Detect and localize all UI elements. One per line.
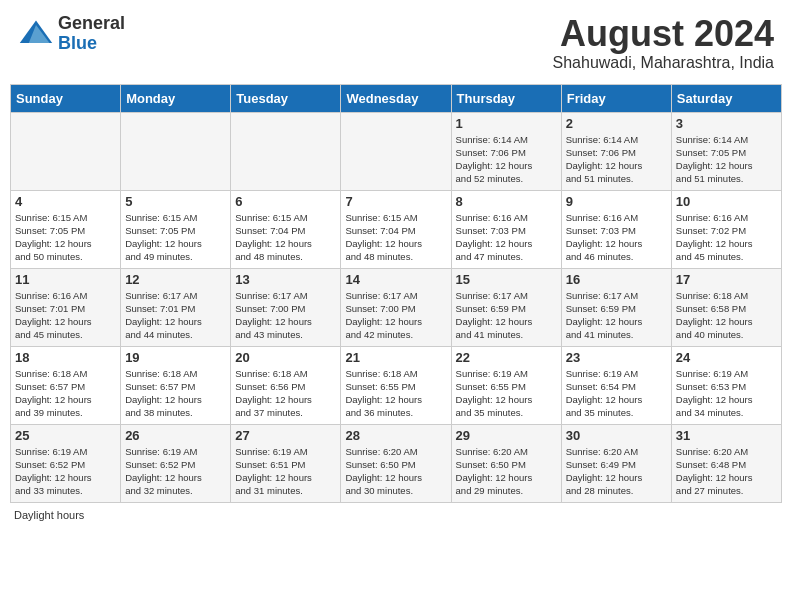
day-info: Sunrise: 6:20 AM Sunset: 6:50 PM Dayligh… [456, 445, 557, 498]
calendar-cell [341, 112, 451, 190]
header-day-friday: Friday [561, 84, 671, 112]
calendar-cell: 8Sunrise: 6:16 AM Sunset: 7:03 PM Daylig… [451, 190, 561, 268]
day-number: 12 [125, 272, 226, 287]
day-info: Sunrise: 6:20 AM Sunset: 6:50 PM Dayligh… [345, 445, 446, 498]
day-number: 23 [566, 350, 667, 365]
day-info: Sunrise: 6:20 AM Sunset: 6:48 PM Dayligh… [676, 445, 777, 498]
week-row-3: 11Sunrise: 6:16 AM Sunset: 7:01 PM Dayli… [11, 268, 782, 346]
footer: Daylight hours [10, 509, 782, 521]
day-number: 1 [456, 116, 557, 131]
week-row-5: 25Sunrise: 6:19 AM Sunset: 6:52 PM Dayli… [11, 424, 782, 502]
day-info: Sunrise: 6:18 AM Sunset: 6:57 PM Dayligh… [125, 367, 226, 420]
day-info: Sunrise: 6:18 AM Sunset: 6:58 PM Dayligh… [676, 289, 777, 342]
day-number: 20 [235, 350, 336, 365]
calendar-cell: 31Sunrise: 6:20 AM Sunset: 6:48 PM Dayli… [671, 424, 781, 502]
day-info: Sunrise: 6:16 AM Sunset: 7:01 PM Dayligh… [15, 289, 116, 342]
day-number: 7 [345, 194, 446, 209]
day-number: 6 [235, 194, 336, 209]
header-day-sunday: Sunday [11, 84, 121, 112]
day-number: 26 [125, 428, 226, 443]
calendar-body: 1Sunrise: 6:14 AM Sunset: 7:06 PM Daylig… [11, 112, 782, 502]
calendar-table: SundayMondayTuesdayWednesdayThursdayFrid… [10, 84, 782, 503]
calendar-cell [11, 112, 121, 190]
header: General Blue August 2024 Shahuwadi, Maha… [10, 10, 782, 76]
calendar-cell: 9Sunrise: 6:16 AM Sunset: 7:03 PM Daylig… [561, 190, 671, 268]
day-number: 8 [456, 194, 557, 209]
calendar-cell: 30Sunrise: 6:20 AM Sunset: 6:49 PM Dayli… [561, 424, 671, 502]
day-info: Sunrise: 6:14 AM Sunset: 7:06 PM Dayligh… [456, 133, 557, 186]
day-number: 13 [235, 272, 336, 287]
day-number: 9 [566, 194, 667, 209]
day-info: Sunrise: 6:14 AM Sunset: 7:06 PM Dayligh… [566, 133, 667, 186]
logo-icon [18, 16, 54, 52]
day-number: 14 [345, 272, 446, 287]
day-number: 4 [15, 194, 116, 209]
calendar-cell: 3Sunrise: 6:14 AM Sunset: 7:05 PM Daylig… [671, 112, 781, 190]
calendar-cell: 11Sunrise: 6:16 AM Sunset: 7:01 PM Dayli… [11, 268, 121, 346]
day-info: Sunrise: 6:19 AM Sunset: 6:53 PM Dayligh… [676, 367, 777, 420]
calendar-cell: 6Sunrise: 6:15 AM Sunset: 7:04 PM Daylig… [231, 190, 341, 268]
day-info: Sunrise: 6:19 AM Sunset: 6:52 PM Dayligh… [15, 445, 116, 498]
day-number: 24 [676, 350, 777, 365]
header-day-saturday: Saturday [671, 84, 781, 112]
calendar-cell: 12Sunrise: 6:17 AM Sunset: 7:01 PM Dayli… [121, 268, 231, 346]
calendar-cell: 2Sunrise: 6:14 AM Sunset: 7:06 PM Daylig… [561, 112, 671, 190]
calendar-cell: 17Sunrise: 6:18 AM Sunset: 6:58 PM Dayli… [671, 268, 781, 346]
location: Shahuwadi, Maharashtra, India [553, 54, 774, 72]
day-info: Sunrise: 6:17 AM Sunset: 6:59 PM Dayligh… [566, 289, 667, 342]
month-year: August 2024 [553, 14, 774, 54]
day-number: 30 [566, 428, 667, 443]
day-info: Sunrise: 6:15 AM Sunset: 7:04 PM Dayligh… [235, 211, 336, 264]
week-row-2: 4Sunrise: 6:15 AM Sunset: 7:05 PM Daylig… [11, 190, 782, 268]
calendar-cell: 22Sunrise: 6:19 AM Sunset: 6:55 PM Dayli… [451, 346, 561, 424]
header-day-thursday: Thursday [451, 84, 561, 112]
day-info: Sunrise: 6:16 AM Sunset: 7:02 PM Dayligh… [676, 211, 777, 264]
day-info: Sunrise: 6:18 AM Sunset: 6:56 PM Dayligh… [235, 367, 336, 420]
calendar-cell: 1Sunrise: 6:14 AM Sunset: 7:06 PM Daylig… [451, 112, 561, 190]
calendar-cell: 27Sunrise: 6:19 AM Sunset: 6:51 PM Dayli… [231, 424, 341, 502]
calendar-cell: 15Sunrise: 6:17 AM Sunset: 6:59 PM Dayli… [451, 268, 561, 346]
day-number: 11 [15, 272, 116, 287]
day-number: 5 [125, 194, 226, 209]
logo-text: General Blue [58, 14, 125, 54]
calendar-cell: 18Sunrise: 6:18 AM Sunset: 6:57 PM Dayli… [11, 346, 121, 424]
logo-general-text: General [58, 14, 125, 34]
day-number: 27 [235, 428, 336, 443]
header-day-monday: Monday [121, 84, 231, 112]
day-number: 22 [456, 350, 557, 365]
day-info: Sunrise: 6:16 AM Sunset: 7:03 PM Dayligh… [456, 211, 557, 264]
day-info: Sunrise: 6:17 AM Sunset: 7:00 PM Dayligh… [235, 289, 336, 342]
week-row-1: 1Sunrise: 6:14 AM Sunset: 7:06 PM Daylig… [11, 112, 782, 190]
calendar-cell [121, 112, 231, 190]
calendar-cell: 28Sunrise: 6:20 AM Sunset: 6:50 PM Dayli… [341, 424, 451, 502]
day-info: Sunrise: 6:18 AM Sunset: 6:55 PM Dayligh… [345, 367, 446, 420]
day-info: Sunrise: 6:14 AM Sunset: 7:05 PM Dayligh… [676, 133, 777, 186]
header-day-wednesday: Wednesday [341, 84, 451, 112]
day-number: 28 [345, 428, 446, 443]
week-row-4: 18Sunrise: 6:18 AM Sunset: 6:57 PM Dayli… [11, 346, 782, 424]
title-block: August 2024 Shahuwadi, Maharashtra, Indi… [553, 14, 774, 72]
calendar-cell: 13Sunrise: 6:17 AM Sunset: 7:00 PM Dayli… [231, 268, 341, 346]
calendar-cell: 29Sunrise: 6:20 AM Sunset: 6:50 PM Dayli… [451, 424, 561, 502]
calendar-cell [231, 112, 341, 190]
calendar-cell: 25Sunrise: 6:19 AM Sunset: 6:52 PM Dayli… [11, 424, 121, 502]
calendar-cell: 5Sunrise: 6:15 AM Sunset: 7:05 PM Daylig… [121, 190, 231, 268]
day-info: Sunrise: 6:20 AM Sunset: 6:49 PM Dayligh… [566, 445, 667, 498]
calendar-cell: 20Sunrise: 6:18 AM Sunset: 6:56 PM Dayli… [231, 346, 341, 424]
day-number: 16 [566, 272, 667, 287]
day-number: 3 [676, 116, 777, 131]
day-number: 18 [15, 350, 116, 365]
day-info: Sunrise: 6:19 AM Sunset: 6:54 PM Dayligh… [566, 367, 667, 420]
calendar-cell: 10Sunrise: 6:16 AM Sunset: 7:02 PM Dayli… [671, 190, 781, 268]
day-info: Sunrise: 6:16 AM Sunset: 7:03 PM Dayligh… [566, 211, 667, 264]
day-info: Sunrise: 6:15 AM Sunset: 7:04 PM Dayligh… [345, 211, 446, 264]
day-number: 21 [345, 350, 446, 365]
day-number: 19 [125, 350, 226, 365]
day-info: Sunrise: 6:18 AM Sunset: 6:57 PM Dayligh… [15, 367, 116, 420]
calendar-cell: 19Sunrise: 6:18 AM Sunset: 6:57 PM Dayli… [121, 346, 231, 424]
day-number: 31 [676, 428, 777, 443]
calendar-cell: 21Sunrise: 6:18 AM Sunset: 6:55 PM Dayli… [341, 346, 451, 424]
day-info: Sunrise: 6:19 AM Sunset: 6:51 PM Dayligh… [235, 445, 336, 498]
day-info: Sunrise: 6:19 AM Sunset: 6:55 PM Dayligh… [456, 367, 557, 420]
day-number: 29 [456, 428, 557, 443]
